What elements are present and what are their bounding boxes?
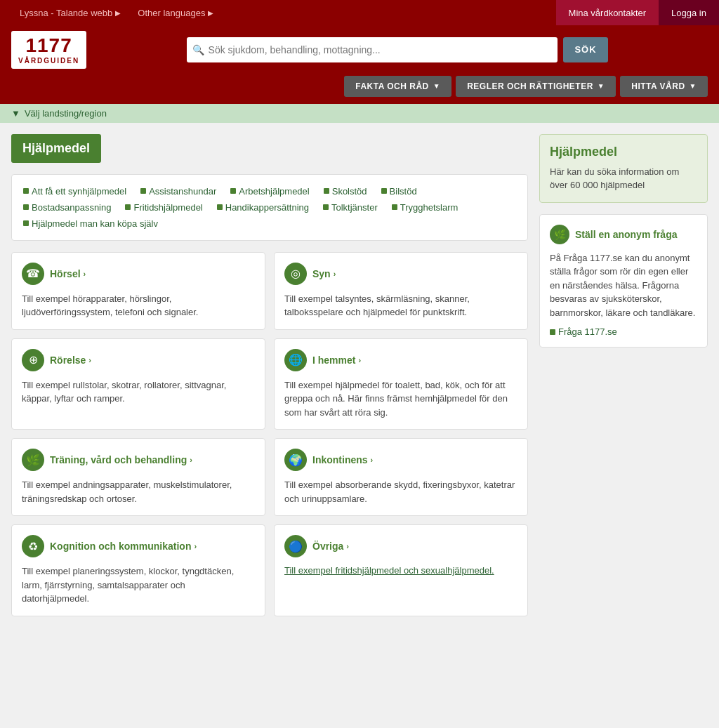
lyssna-arrow-icon: ▶ [115,9,121,17]
link-item[interactable]: Skolstöd [324,186,367,197]
header-main: 1177 VÅRDGUIDEN 🔍 SÖK [0,25,719,76]
category-desc-kognition: Till exempel planeringssystem, klockor, … [22,564,255,606]
category-desc-inkontinens: Till exempel absorberande skydd, fixerin… [284,478,517,505]
category-arrow-icon-syn: › [334,270,336,278]
category-header-syn: ◎Syn› [284,263,517,285]
link-text: Tolktjänster [331,202,378,213]
sidebar: Hjälpmedel Här kan du söka information o… [539,134,708,616]
search-input[interactable] [209,44,553,55]
hitta-dropdown-icon: ▼ [690,82,697,90]
lyssna-label: Lyssna - Talande webb [20,8,112,18]
category-title-syn[interactable]: Syn› [312,268,336,279]
category-title-horsel[interactable]: Hörsel› [50,268,86,279]
link-text: Arbetshjälpmedel [239,186,309,197]
link-item[interactable]: Handikappersättning [217,202,309,213]
category-desc-ihemmet: Till exempel hjälpmedel för toalett, bad… [284,378,517,420]
region-selector[interactable]: ▼ Välj landsting/region [0,104,719,123]
header-top-bar: Lyssna - Talande webb ▶ Other languages … [0,0,719,25]
category-desc-horsel: Till exempel hörapparater, hörslingor, l… [22,292,255,319]
fakta-label: FAKTA OCH RÅD [355,81,429,91]
lyssna-link[interactable]: Lyssna - Talande webb ▶ [11,2,129,24]
ovriga-link[interactable]: Till exempel fritidshjälpmedel och sexua… [284,565,494,576]
sidebar-anonym-header: 🌿 Ställ en anonym fråga [550,225,697,244]
category-title-text-horsel: Hörsel [50,268,81,279]
category-title-text-syn: Syn [312,268,331,279]
link-item[interactable]: Arbetshjälpmedel [230,186,309,197]
category-card-traning: 🌿Träning, vård och behandling›Till exemp… [11,438,265,516]
category-title-ihemmet[interactable]: I hemmet› [312,355,361,366]
link-item[interactable]: Trygghetslarm [392,202,459,213]
page-title-bar: Hjälpmedel [11,134,101,163]
fakta-och-rad-button[interactable]: FAKTA OCH RÅD ▼ [344,76,451,97]
search-input-wrap: 🔍 [187,37,558,62]
link-dot [381,188,387,194]
category-header-rorelse: ⊕Rörelse› [22,349,255,371]
sidebar-anonym-box: 🌿 Ställ en anonym fråga På Fråga 1177.se… [539,214,708,348]
link-item[interactable]: Fritidshjälpmedel [125,202,202,213]
mina-vardkontakter-button[interactable]: Mina vårdkontakter [556,0,659,25]
category-arrow-icon-kognition: › [194,542,197,550]
region-label: Välj landsting/region [25,108,107,119]
links-grid: Att få ett synhjälpmedelAssistanshundarA… [23,186,516,229]
fakta-dropdown-icon: ▼ [433,82,440,90]
category-arrow-icon-ihemmet: › [358,356,361,364]
link-item[interactable]: Att få ett synhjälpmedel [23,186,126,197]
category-title-kognition[interactable]: Kognition och kommunikation› [50,541,197,552]
category-header-horsel: ☎Hörsel› [22,263,255,285]
link-item[interactable]: Assistanshundar [140,186,216,197]
anonym-link[interactable]: Fråga 1177.se [550,326,697,337]
category-title-rorelse[interactable]: Rörelse› [50,355,91,366]
logga-in-button[interactable]: Logga in [659,0,719,25]
region-dropdown-icon: ▼ [11,108,20,119]
link-dot [217,204,223,210]
link-item[interactable]: Hjälpmedel man kan köpa själv [23,218,158,229]
hitta-label: HITTA VÅRD [631,81,685,91]
regler-label: REGLER OCH RÄTTIGHETER [467,81,593,91]
link-dot [140,188,146,194]
link-item[interactable]: Tolktjänster [323,202,378,213]
syn-icon: ◎ [284,263,307,285]
link-item[interactable]: Bilstöd [381,186,417,197]
category-title-text-inkontinens: Inkontinens [312,454,368,465]
link-item[interactable]: Bostadsanpassning [23,202,111,213]
rorelse-icon: ⊕ [22,349,44,371]
link-dot [125,204,131,210]
category-title-traning[interactable]: Träning, vård och behandling› [50,454,192,465]
search-button[interactable]: SÖK [563,37,607,62]
logo-number: 1177 [25,35,72,57]
main-wrapper: Hjälpmedel Att få ett synhjälpmedelAssis… [0,123,719,628]
category-card-rorelse: ⊕Rörelse›Till exempel rullstolar, skotra… [11,338,265,430]
category-title-text-kognition: Kognition och kommunikation [50,541,191,552]
category-desc-syn: Till exempel talsyntes, skärmläsning, sk… [284,292,517,319]
categories-grid: ☎Hörsel›Till exempel hörapparater, hörsl… [11,252,528,616]
regler-dropdown-icon: ▼ [598,82,605,90]
logo: 1177 VÅRDGUIDEN [11,31,86,69]
category-title-text-traning: Träning, vård och behandling [50,454,187,465]
link-text: Skolstöd [332,186,367,197]
nav-bar: FAKTA OCH RÅD ▼ REGLER OCH RÄTTIGHETER ▼… [0,76,719,104]
ihemmet-icon: 🌐 [284,349,307,371]
other-languages-link[interactable]: Other languages ▶ [129,2,222,24]
other-languages-label: Other languages [138,8,205,18]
horsel-icon: ☎ [22,263,44,285]
sidebar-hjalpmedel-title: Hjälpmedel [550,145,697,159]
anonym-link-label: Fråga 1177.se [558,326,617,337]
category-desc-traning: Till exempel andningsapparater, muskelst… [22,478,255,505]
category-title-text-ovriga: Övriga [312,541,343,552]
category-title-text-ihemmet: I hemmet [312,355,355,366]
links-card: Att få ett synhjälpmedelAssistanshundarA… [11,174,528,241]
other-languages-arrow-icon: ▶ [208,9,213,17]
category-header-ovriga: 🔵Övriga› [284,535,517,557]
kognition-icon: ♻ [22,535,44,557]
link-dot [23,204,29,210]
link-text: Att få ett synhjälpmedel [32,186,126,197]
hitta-vard-button[interactable]: HITTA VÅRD ▼ [620,76,708,97]
category-arrow-icon-horsel: › [84,270,86,278]
category-title-ovriga[interactable]: Övriga› [312,541,349,552]
category-header-kognition: ♻Kognition och kommunikation› [22,535,255,557]
link-dot [324,188,329,194]
regler-button[interactable]: REGLER OCH RÄTTIGHETER ▼ [456,76,616,97]
link-dot [23,188,29,194]
category-title-inkontinens[interactable]: Inkontinens› [312,454,373,465]
link-text: Hjälpmedel man kan köpa själv [32,218,158,229]
